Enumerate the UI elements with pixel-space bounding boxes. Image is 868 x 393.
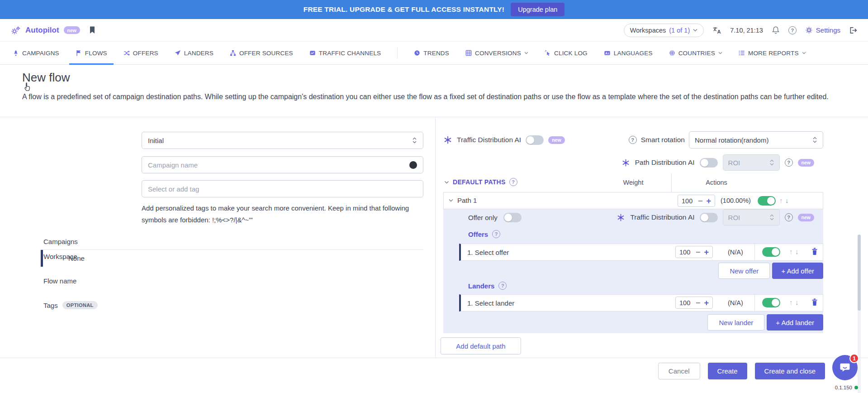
nav-trends[interactable]: TRENDS <box>414 42 449 64</box>
path-tda-roi-value: ROI <box>728 214 740 221</box>
path-distribution-ai-toggle[interactable] <box>700 158 718 168</box>
delete-offer-icon[interactable] <box>811 248 818 256</box>
new-lander-button[interactable]: New lander <box>707 314 764 331</box>
delete-lander-icon[interactable] <box>811 298 818 307</box>
path-roi-select[interactable]: ROI <box>723 154 780 171</box>
traffic-distribution-ai-toggle[interactable] <box>526 135 544 145</box>
weight-plus-button[interactable]: + <box>707 197 711 205</box>
svg-text:2: 2 <box>607 52 609 55</box>
chevron-down-icon <box>718 52 722 54</box>
nav-languages[interactable]: A2 LANGUAGES <box>604 42 653 64</box>
smart-rotation-select[interactable]: Normal rotation(random) <box>689 131 823 149</box>
rocket-icon <box>13 50 19 56</box>
move-up-icon[interactable]: ↑ <box>789 298 793 306</box>
offer-weight-input[interactable] <box>679 249 692 256</box>
chevron-down-icon <box>693 29 697 32</box>
chat-notification-badge: 1 <box>849 354 859 363</box>
offer-enabled-toggle[interactable] <box>762 247 780 257</box>
offers-section-title: Offers ? <box>468 230 500 238</box>
offer-select-label[interactable]: 1. Select offer <box>467 249 509 256</box>
status-dot <box>854 386 858 389</box>
nav-click-log[interactable]: CLICK LOG <box>545 42 588 64</box>
lander-row: 1. Select lander − + (N/A) ↑ ↓ <box>459 294 823 312</box>
add-offer-button[interactable]: + Add offer <box>772 263 823 279</box>
workspaces-selector[interactable]: Workspaces (1 of 1) <box>624 24 704 37</box>
default-paths-title[interactable]: DEFAULT PATHS ? <box>444 178 517 186</box>
lander-weight-input[interactable] <box>679 299 692 307</box>
weight-plus-button[interactable]: + <box>704 248 709 256</box>
scrollbar-thumb[interactable] <box>858 235 861 311</box>
traffic-distribution-ai-label: Traffic Distribution AI <box>457 136 521 144</box>
upgrade-plan-button[interactable]: Upgrade plan <box>511 3 564 16</box>
bookmark-icon[interactable] <box>89 26 95 34</box>
path-expander[interactable]: Path 1 <box>449 196 477 204</box>
paths-column: Traffic Distribution AI new ? Smart rota… <box>443 117 823 358</box>
settings-button[interactable]: Settings <box>805 26 840 34</box>
lander-stat: (N/A) <box>728 299 743 307</box>
header-bar: Autopilot new Workspaces (1 of 1) A 7.10… <box>0 19 868 41</box>
flow-color-picker[interactable] <box>409 161 417 169</box>
gears-icon <box>11 26 21 35</box>
move-down-icon[interactable]: ↓ <box>795 298 799 306</box>
smart-rotation-label: Smart rotation <box>641 136 685 144</box>
app-title-autopilot[interactable]: Autopilot <box>25 26 59 35</box>
path-distribution-help-icon[interactable]: ? <box>785 158 793 167</box>
weight-minus-button[interactable]: − <box>698 197 703 205</box>
translate-icon[interactable]: A <box>712 26 721 34</box>
workspace-value: Initial <box>148 137 412 144</box>
smart-rotation-help-icon[interactable]: ? <box>629 136 637 144</box>
path-enabled-toggle[interactable] <box>758 196 776 206</box>
add-default-path-button[interactable]: Add default path <box>441 337 521 355</box>
chat-widget-button[interactable]: 1 <box>832 355 858 380</box>
nav-countries[interactable]: COUNTRIES <box>669 42 722 64</box>
chart-board-icon <box>309 50 316 56</box>
path-weight-input[interactable] <box>682 197 694 205</box>
flow-name-input[interactable] <box>148 161 409 169</box>
language-badge-icon: A2 <box>604 50 611 56</box>
flag-icon <box>76 50 82 56</box>
notifications-bell-icon[interactable] <box>772 26 780 34</box>
nav-offer-sources[interactable]: OFFER SOURCES <box>230 42 293 64</box>
default-paths-help-icon[interactable]: ? <box>509 178 517 186</box>
path-tda-toggle[interactable] <box>700 213 718 222</box>
create-and-close-button[interactable]: Create and close <box>755 363 825 379</box>
new-offer-button[interactable]: New offer <box>718 263 770 279</box>
offer-only-row: Offer only Traffic Distribution AI ROI ?… <box>443 209 823 225</box>
workspace-select[interactable]: Initial <box>142 132 423 149</box>
lander-enabled-toggle[interactable] <box>762 298 780 307</box>
weight-minus-button[interactable]: − <box>696 299 701 307</box>
nav-conversions[interactable]: CONVERSIONS <box>465 42 528 64</box>
landers-help-icon[interactable]: ? <box>498 282 507 290</box>
nav-offers[interactable]: OFFERS <box>123 42 158 64</box>
logout-icon[interactable] <box>849 26 857 34</box>
path-tda-help-icon[interactable]: ? <box>785 213 793 221</box>
add-lander-button[interactable]: + Add lander <box>767 314 823 331</box>
nav-campaigns[interactable]: CAMPAIGNS <box>13 42 59 64</box>
lander-select-label[interactable]: 1. Select lander <box>467 299 514 307</box>
offers-help-icon[interactable]: ? <box>492 230 500 238</box>
weight-plus-button[interactable]: + <box>704 299 709 307</box>
path-tda-roi-select[interactable]: ROI <box>723 209 780 225</box>
path-name-label: Path 1 <box>457 196 477 204</box>
workspaces-count: (1 of 1) <box>669 27 690 34</box>
panel-divider <box>435 117 436 358</box>
tags-input[interactable] <box>148 185 417 193</box>
move-up-icon[interactable]: ↑ <box>779 196 783 204</box>
nav-more-reports[interactable]: MORE REPORTS <box>739 42 806 64</box>
tags-label: Tags OPTIONAL <box>43 301 98 309</box>
move-up-icon[interactable]: ↑ <box>789 248 793 255</box>
nav-flows[interactable]: FLOWS <box>76 42 107 64</box>
nav-landers[interactable]: LANDERS <box>175 42 213 64</box>
move-down-icon[interactable]: ↓ <box>785 196 789 204</box>
weight-minus-button[interactable]: − <box>696 248 701 256</box>
select-chevrons-icon <box>769 159 774 166</box>
move-down-icon[interactable]: ↓ <box>795 248 799 255</box>
nav-traffic-channels[interactable]: TRAFFIC CHANNELS <box>309 42 381 64</box>
offer-only-toggle[interactable] <box>503 213 522 222</box>
help-icon[interactable]: ? <box>788 26 797 34</box>
page-description: A flow is a predefined set of campaign d… <box>22 91 842 102</box>
path-weight-percent: (100.00%) <box>721 197 751 204</box>
create-button[interactable]: Create <box>708 363 747 379</box>
cancel-button[interactable]: Cancel <box>658 363 700 379</box>
trial-banner: FREE TRIAL. UPGRADE & GET FULL ACCESS IN… <box>0 0 868 19</box>
